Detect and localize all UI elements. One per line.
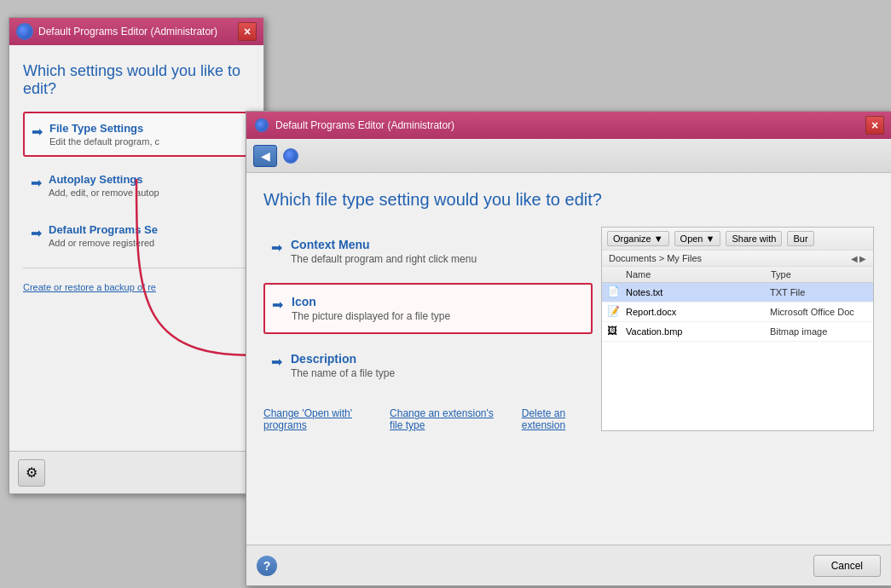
autoplay-title: Autoplay Settings [49, 173, 159, 186]
arrow-icon-default: ➡ [31, 225, 42, 241]
column-name-header: Name [602, 269, 771, 280]
menu-item-default-text: Default Programs Se Add or remove regist… [49, 223, 158, 248]
description-text: Description The name of a file type [291, 352, 395, 379]
explorer-column-headers: Name Type [602, 267, 873, 283]
option-icon[interactable]: ➡ Icon The picture displayed for a file … [263, 283, 593, 334]
cancel-button[interactable]: Cancel [813, 555, 881, 577]
file-name-report: Report.docx [626, 307, 765, 317]
arrow-icon-description: ➡ [271, 354, 282, 370]
explorer-toolbar: Organize ▼ Open ▼ Share with Bur [602, 228, 873, 251]
window-1-content: Which settings would you like to edit? ➡… [9, 45, 263, 309]
window-2: Default Programs Editor (Administrator) … [246, 111, 891, 586]
help-button[interactable]: ? [257, 556, 277, 576]
bottom-links-container: Change 'Open with' programs Change an ex… [263, 407, 593, 431]
window-1: Default Programs Editor (Administrator) … [9, 17, 264, 494]
icon-option-title: Icon [292, 295, 450, 308]
file-type-desc: Edit the default program, c [49, 136, 159, 147]
file-name-notes: Notes.txt [626, 287, 765, 297]
file-icon-notes: 📄 [607, 285, 621, 299]
window-2-title: Default Programs Editor (Administrator) [275, 119, 860, 131]
window-1-bottom-bar: ⚙ [9, 451, 263, 493]
file-type-notes: TXT File [770, 287, 868, 297]
menu-item-file-type-text: File Type Settings Edit the default prog… [49, 122, 159, 147]
window-2-nav-icon [282, 147, 299, 164]
description-desc: The name of a file type [291, 367, 395, 379]
file-type-vacation: Bitmap image [770, 326, 868, 337]
window-2-titlebar: Default Programs Editor (Administrator) … [246, 112, 891, 139]
window-2-content: Which file type setting would you like t… [246, 173, 891, 482]
window-2-main-title: Which file type setting would you like t… [263, 190, 874, 210]
window-1-title: Default Programs Editor (Administrator) [38, 26, 233, 37]
menu-item-file-type-settings[interactable]: ➡ File Type Settings Edit the default pr… [23, 112, 250, 157]
arrow-icon-context: ➡ [271, 239, 282, 256]
window-2-navbar: ◀ [246, 139, 891, 173]
window-1-main-title: Which settings would you like to edit? [23, 62, 250, 98]
path-text: Documents > My Files [609, 253, 702, 263]
arrow-icon-file-type: ➡ [32, 124, 43, 140]
default-programs-desc: Add or remove registered [49, 238, 158, 248]
change-extension-link[interactable]: Change an extension's file type [390, 407, 501, 431]
organize-button[interactable]: Organize ▼ [607, 231, 669, 246]
file-explorer-panel: Organize ▼ Open ▼ Share with Bur Documen… [601, 227, 874, 431]
file-row-notes[interactable]: 📄 Notes.txt TXT File [602, 283, 873, 303]
window-1-titlebar: Default Programs Editor (Administrator) … [9, 18, 263, 45]
default-programs-title: Default Programs Se [49, 223, 158, 236]
context-menu-title: Context Menu [291, 238, 477, 251]
window-1-icon [16, 23, 33, 40]
gear-settings-button[interactable]: ⚙ [18, 459, 45, 487]
icon-option-text: Icon The picture displayed for a file ty… [292, 295, 450, 322]
share-with-button[interactable]: Share with [726, 231, 782, 246]
description-title: Description [291, 352, 395, 366]
window-1-close-button[interactable]: × [238, 22, 257, 41]
arrow-icon-autoplay: ➡ [31, 175, 42, 191]
two-column-layout: ➡ Context Menu The default program and r… [263, 227, 874, 431]
file-row-vacation[interactable]: 🖼 Vacation.bmp Bitmap image [602, 322, 873, 342]
file-type-title: File Type Settings [49, 122, 159, 135]
options-column: ➡ Context Menu The default program and r… [263, 227, 601, 431]
column-type-header: Type [771, 269, 873, 280]
context-menu-text: Context Menu The default program and rig… [291, 238, 477, 265]
file-type-report: Microsoft Office Doc [770, 307, 868, 317]
backup-restore-link[interactable]: Create or restore a backup of re [23, 282, 250, 292]
option-description[interactable]: ➡ Description The name of a file type [263, 341, 593, 390]
autoplay-desc: Add, edit, or remove autop [49, 187, 159, 198]
window-2-close-button[interactable]: × [865, 116, 884, 135]
option-context-menu[interactable]: ➡ Context Menu The default program and r… [263, 227, 593, 276]
menu-item-autoplay-text: Autoplay Settings Add, edit, or remove a… [49, 173, 159, 198]
burn-button[interactable]: Bur [787, 231, 813, 246]
path-nav-arrows: ◀ ▶ [851, 254, 866, 263]
file-icon-vacation: 🖼 [607, 325, 621, 338]
context-menu-desc: The default program and right click menu [291, 253, 477, 265]
icon-option-desc: The picture displayed for a file type [292, 310, 450, 322]
window-2-icon [253, 117, 270, 134]
change-open-with-link[interactable]: Change 'Open with' programs [263, 407, 369, 431]
delete-extension-link[interactable]: Delete an extension [522, 407, 593, 431]
file-icon-report: 📝 [607, 305, 621, 319]
file-name-vacation: Vacation.bmp [626, 326, 765, 337]
menu-item-autoplay[interactable]: ➡ Autoplay Settings Add, edit, or remove… [23, 164, 250, 207]
menu-item-default-programs[interactable]: ➡ Default Programs Se Add or remove regi… [23, 214, 250, 257]
open-button[interactable]: Open ▼ [674, 231, 721, 246]
back-button[interactable]: ◀ [253, 145, 277, 167]
file-row-report[interactable]: 📝 Report.docx Microsoft Office Doc [602, 303, 873, 322]
explorer-path: Documents > My Files ◀ ▶ [602, 251, 873, 267]
window-2-footer: ? Cancel [246, 545, 891, 585]
arrow-icon-icon-option: ➡ [272, 297, 283, 313]
